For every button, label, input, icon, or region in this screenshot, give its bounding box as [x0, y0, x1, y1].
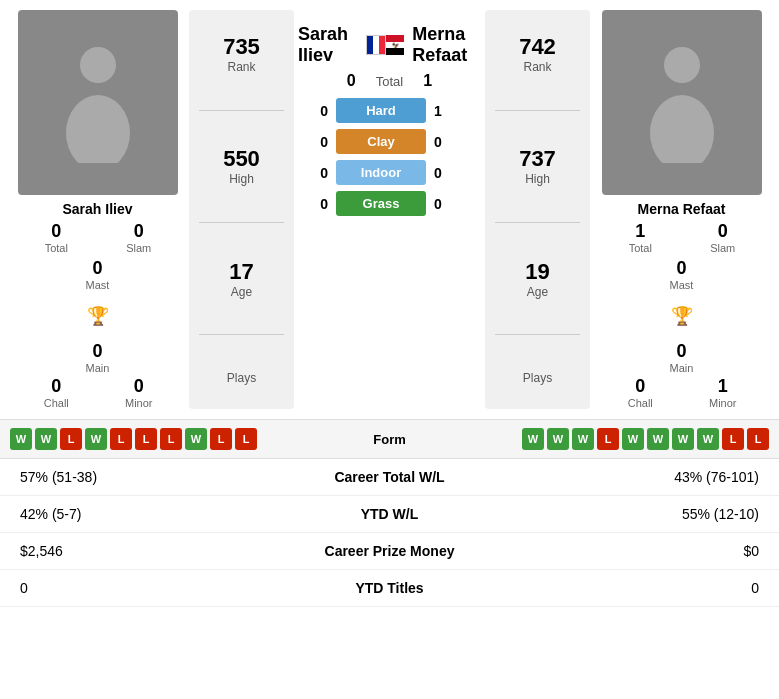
left-high-value: 550 — [223, 146, 260, 172]
right-divider2 — [495, 222, 580, 223]
left-player-card: Sarah Iliev 0 Total 0 Slam 0 Mast 🏆 — [10, 10, 185, 409]
total-row: 0 Total 1 — [298, 72, 481, 90]
form-badge-w: W — [622, 428, 644, 450]
stats-row-center-label: YTD Titles — [290, 580, 490, 596]
player-section: Sarah Iliev 0 Total 0 Slam 0 Mast 🏆 — [0, 0, 779, 419]
form-badge-l: L — [722, 428, 744, 450]
right-mast-stat: 0 Mast 🏆 0 Main — [604, 258, 759, 374]
left-mast: 0 Mast — [86, 258, 110, 291]
right-header-name: Merna Refaat — [412, 24, 481, 66]
left-main-label: Main — [86, 362, 110, 374]
form-section: WWLWLLLWLL Form WWWLWWWWLL — [0, 419, 779, 458]
right-mast-label: Mast — [670, 279, 694, 291]
grass-left-score: 0 — [298, 196, 328, 212]
left-rank-item: 735 Rank — [199, 34, 284, 74]
right-total-value: 1 — [635, 221, 645, 242]
left-divider2 — [199, 222, 284, 223]
form-label: Form — [330, 432, 450, 447]
form-badge-l: L — [210, 428, 232, 450]
right-player-stats: 1 Total 0 Slam 0 Mast 🏆 0 Main — [594, 221, 769, 409]
right-high-value: 737 — [519, 146, 556, 172]
left-divider1 — [199, 110, 284, 111]
stats-row-right-value: 43% (76-101) — [490, 469, 760, 485]
svg-point-3 — [650, 95, 714, 163]
career-stats-rows: 57% (51-38)Career Total W/L43% (76-101)4… — [0, 458, 779, 607]
indoor-left-score: 0 — [298, 165, 328, 181]
right-slam-stat: 0 Slam — [687, 221, 760, 254]
form-badge-w: W — [647, 428, 669, 450]
stats-row: 42% (5-7)YTD W/L55% (12-10) — [0, 496, 779, 533]
left-avatar-silhouette — [58, 43, 138, 163]
left-high-item: 550 High — [199, 146, 284, 186]
form-badge-w: W — [85, 428, 107, 450]
right-trophy-icon: 🏆 — [671, 305, 693, 327]
form-badge-l: L — [110, 428, 132, 450]
right-total-score: 1 — [423, 72, 432, 90]
left-trophy-icon: 🏆 — [87, 305, 109, 327]
left-total-score: 0 — [347, 72, 356, 90]
hard-left-score: 0 — [298, 103, 328, 119]
main-container: Sarah Iliev 0 Total 0 Slam 0 Mast 🏆 — [0, 0, 779, 607]
left-rank-value: 735 — [223, 34, 260, 60]
left-main: 0 Main — [86, 341, 110, 374]
right-total-stat: 1 Total — [604, 221, 677, 254]
hard-badge: Hard — [336, 98, 426, 123]
indoor-badge: Indoor — [336, 160, 426, 185]
left-age-item: 17 Age — [199, 259, 284, 299]
form-badge-l: L — [747, 428, 769, 450]
left-chall-label: Chall — [44, 397, 69, 409]
left-minor-value: 0 — [134, 376, 144, 397]
indoor-right-score: 0 — [434, 165, 464, 181]
hard-right-score: 1 — [434, 103, 464, 119]
right-main: 0 Main — [670, 341, 694, 374]
left-rank-label: Rank — [227, 60, 255, 74]
stats-row: $2,546Career Prize Money$0 — [0, 533, 779, 570]
right-avatar-silhouette — [642, 43, 722, 163]
svg-point-2 — [664, 47, 700, 83]
court-rows: 0 Hard 1 0 Clay 0 0 Indoor 0 0 Grass — [298, 98, 481, 222]
left-player-name: Sarah Iliev — [62, 201, 132, 217]
form-badge-l: L — [597, 428, 619, 450]
right-minor-stat: 1 Minor — [687, 376, 760, 409]
left-stats-box: 735 Rank 550 High 17 Age Plays — [189, 10, 294, 409]
right-player-name: Merna Refaat — [638, 201, 726, 217]
flag-eg-black — [386, 48, 404, 55]
left-main-value: 0 — [92, 341, 102, 362]
right-minor-value: 1 — [718, 376, 728, 397]
right-divider1 — [495, 110, 580, 111]
right-plays-item: Plays — [495, 371, 580, 385]
clay-badge: Clay — [336, 129, 426, 154]
stats-row-right-value: 0 — [490, 580, 760, 596]
right-age-value: 19 — [525, 259, 549, 285]
left-name-flag: Sarah Iliev — [298, 24, 386, 66]
grass-right-score: 0 — [434, 196, 464, 212]
right-flag: 🦅 — [386, 35, 404, 55]
form-badge-l: L — [235, 428, 257, 450]
right-form-badges: WWWLWWWWLL — [450, 428, 770, 450]
form-badge-w: W — [697, 428, 719, 450]
grass-badge: Grass — [336, 191, 426, 216]
left-mast-stat: 0 Mast 🏆 0 Main — [20, 258, 175, 374]
court-row-hard: 0 Hard 1 — [298, 98, 481, 123]
svg-point-0 — [80, 47, 116, 83]
flag-eg-white: 🦅 — [386, 42, 404, 49]
form-badge-w: W — [522, 428, 544, 450]
stats-row-center-label: YTD W/L — [290, 506, 490, 522]
right-stats-box: 742 Rank 737 High 19 Age Plays — [485, 10, 590, 409]
stats-row: 57% (51-38)Career Total W/L43% (76-101) — [0, 459, 779, 496]
right-name-flag: 🦅 Merna Refaat — [386, 24, 481, 66]
form-badge-l: L — [160, 428, 182, 450]
left-total-stat: 0 Total — [20, 221, 93, 254]
left-player-avatar — [18, 10, 178, 195]
left-slam-stat: 0 Slam — [103, 221, 176, 254]
left-mast-value: 0 — [92, 258, 102, 279]
right-divider3 — [495, 334, 580, 335]
form-badge-w: W — [672, 428, 694, 450]
form-badge-l: L — [60, 428, 82, 450]
right-chall-label: Chall — [628, 397, 653, 409]
right-player-avatar — [602, 10, 762, 195]
stats-row-left-value: 57% (51-38) — [20, 469, 290, 485]
form-badge-w: W — [35, 428, 57, 450]
left-chall-stat: 0 Chall — [20, 376, 93, 409]
court-row-clay: 0 Clay 0 — [298, 129, 481, 154]
